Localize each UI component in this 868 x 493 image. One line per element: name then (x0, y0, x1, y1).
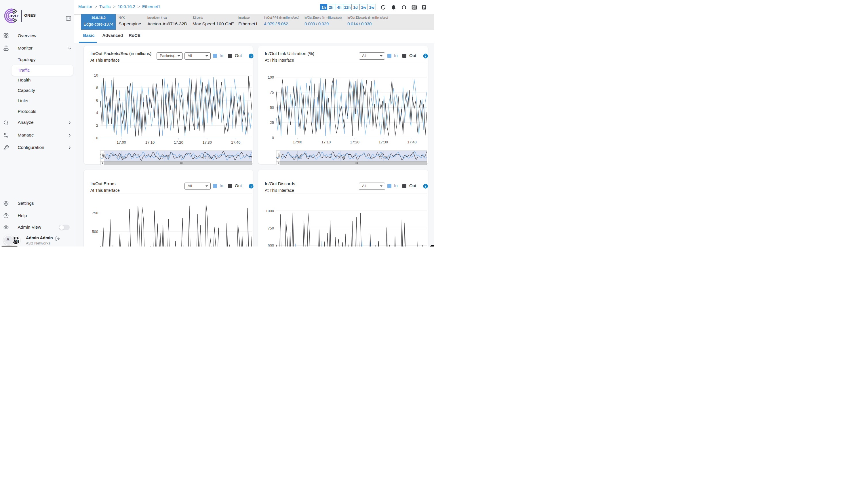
svg-text:0: 0 (272, 136, 274, 140)
svg-text:10: 10 (94, 73, 98, 78)
svg-text:75: 75 (270, 90, 274, 94)
svg-text:17:40: 17:40 (407, 140, 417, 144)
svg-text:17:10: 17:10 (145, 140, 155, 145)
svg-text:17:00: 17:00 (293, 140, 302, 144)
svg-text:50: 50 (270, 105, 274, 110)
svg-text:500: 500 (92, 230, 98, 234)
svg-text:1000: 1000 (266, 209, 274, 213)
svg-text:6: 6 (96, 98, 98, 103)
svg-text:17:30: 17:30 (379, 140, 388, 144)
svg-text:aviz: aviz (9, 13, 19, 18)
svg-text:500: 500 (268, 243, 274, 247)
svg-text:17:30: 17:30 (203, 140, 212, 145)
svg-text:17:40: 17:40 (231, 140, 241, 145)
svg-text:17:20: 17:20 (174, 140, 183, 145)
svg-text:17:00: 17:00 (116, 140, 126, 145)
svg-text:4: 4 (96, 111, 98, 115)
svg-text:17:20: 17:20 (350, 140, 359, 144)
svg-text:100: 100 (268, 75, 274, 80)
svg-text:17:10: 17:10 (321, 140, 331, 144)
svg-text:0: 0 (96, 136, 98, 140)
svg-text:aviz: aviz (14, 239, 19, 242)
svg-text:750: 750 (268, 226, 274, 230)
svg-text:25: 25 (270, 120, 274, 125)
svg-text:750: 750 (92, 211, 98, 215)
svg-text:8: 8 (96, 86, 98, 90)
svg-text:2: 2 (96, 123, 98, 128)
